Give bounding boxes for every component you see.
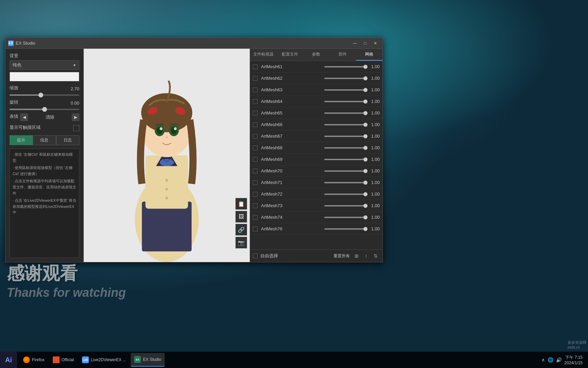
title-bar: EX EX Studio — □ ✕ (5, 38, 382, 49)
close-button[interactable]: ✕ (371, 40, 380, 47)
mesh-checkbox-3[interactable] (253, 99, 258, 104)
mesh-checkbox-6[interactable] (253, 134, 258, 139)
rotate-slider[interactable] (10, 109, 79, 110)
canvas-screenshot[interactable]: 📷 (235, 237, 247, 248)
tab-file-explorer[interactable]: 文件检视器 (250, 49, 277, 61)
mesh-checkbox-1[interactable] (253, 76, 258, 81)
date-display: 2024/1/15 (565, 361, 583, 365)
mesh-slider-5[interactable] (324, 124, 365, 125)
tray-up-icon[interactable]: ∧ (541, 357, 545, 363)
mesh-value-11: 1.00 (368, 191, 380, 197)
expr-clear: 清除 (30, 114, 70, 120)
expr-next-button[interactable]: ▶ (72, 113, 79, 121)
tab-config[interactable]: 配置文件 (277, 49, 303, 61)
mesh-item: ArtMesh71 1.00 (250, 177, 382, 188)
mesh-thumb-13[interactable] (363, 215, 368, 219)
taskbar-item-live2d[interactable]: L2D Live2DViewerEX ... (79, 353, 129, 367)
mesh-thumb-7[interactable] (363, 146, 368, 150)
mesh-slider-12[interactable] (324, 205, 365, 206)
mesh-slider-1[interactable] (324, 78, 365, 79)
taskbar-item-exstudio[interactable]: EX EX Studio (131, 353, 164, 367)
mesh-checkbox-9[interactable] (253, 169, 258, 173)
taskbar-item-official[interactable]: Official (49, 353, 77, 367)
mesh-checkbox-2[interactable] (253, 88, 258, 92)
mesh-slider-13[interactable] (324, 217, 365, 218)
mesh-name-2: ArtMesh63 (261, 87, 324, 92)
mesh-checkbox-10[interactable] (253, 180, 258, 185)
tab-hints[interactable]: 提示 (10, 135, 33, 145)
canvas-tool-3[interactable]: 🔗 (235, 224, 247, 235)
mesh-thumb-4[interactable] (363, 111, 368, 115)
tab-parts[interactable]: 部件 (329, 49, 356, 61)
mesh-slider-11[interactable] (324, 194, 365, 195)
ai-label[interactable]: Ai (0, 352, 17, 368)
sort-icon-1[interactable]: ⊞ (353, 252, 361, 260)
mesh-fill-14 (324, 228, 365, 230)
mesh-thumb-6[interactable] (363, 134, 368, 138)
sort-icon-2[interactable]: ↕ (362, 252, 370, 260)
mesh-value-12: 1.00 (368, 203, 380, 208)
bg-select[interactable]: 纯色 ▼ (10, 60, 79, 70)
mesh-thumb-2[interactable] (363, 88, 368, 92)
touch-section: 显示可触摸区域 (10, 124, 79, 132)
mesh-thumb-11[interactable] (363, 192, 368, 196)
mesh-slider-0[interactable] (324, 66, 365, 67)
watermark-en: Thanks for watching (7, 286, 126, 300)
mesh-fill-4 (324, 112, 365, 114)
svg-point-18 (165, 179, 168, 182)
mesh-checkbox-4[interactable] (253, 111, 258, 116)
canvas-tool-1[interactable]: 📋 (235, 198, 247, 210)
mesh-thumb-0[interactable] (363, 65, 368, 69)
mesh-slider-7[interactable] (324, 147, 365, 149)
mesh-slider-4[interactable] (324, 112, 365, 114)
footer-checkbox[interactable] (253, 254, 258, 258)
mesh-thumb-3[interactable] (363, 99, 368, 104)
mesh-slider-10[interactable] (324, 182, 365, 183)
mesh-thumb-14[interactable] (363, 227, 368, 231)
mesh-thumb-1[interactable] (363, 76, 368, 80)
mesh-slider-14[interactable] (324, 228, 365, 230)
mesh-checkbox-8[interactable] (253, 157, 258, 162)
tab-log[interactable]: 日志 (56, 135, 79, 145)
touch-checkbox[interactable] (73, 125, 79, 131)
mesh-slider-8[interactable] (324, 159, 365, 160)
mesh-checkbox-7[interactable] (253, 145, 258, 150)
scale-thumb[interactable] (38, 93, 43, 97)
mesh-thumb-9[interactable] (363, 169, 368, 173)
mesh-checkbox-11[interactable] (253, 192, 258, 197)
canvas-tool-2[interactable]: 🖼 (235, 211, 247, 223)
canvas-area[interactable]: 📋 🖼 🔗 📷 (84, 49, 250, 262)
reset-all-button[interactable]: 重置所有 (331, 252, 353, 260)
expr-prev-button[interactable]: ◀ (20, 113, 28, 121)
tab-mesh[interactable]: 网格 (356, 49, 382, 61)
mesh-thumb-10[interactable] (363, 181, 368, 185)
tray-sound-icon[interactable]: 🔊 (556, 357, 562, 363)
mesh-thumb-8[interactable] (363, 157, 368, 162)
mesh-slider-9[interactable] (324, 170, 365, 172)
maximize-button[interactable]: □ (361, 40, 370, 47)
mesh-slider-2[interactable] (324, 89, 365, 91)
mesh-checkbox-14[interactable] (253, 227, 258, 231)
color-picker[interactable] (10, 72, 79, 81)
mesh-slider-3[interactable] (324, 101, 365, 102)
tray-network-icon[interactable]: 🌐 (548, 357, 553, 363)
rotate-thumb[interactable] (42, 107, 47, 112)
sort-icon-3[interactable]: ⇅ (372, 252, 380, 260)
mesh-thumb-5[interactable] (363, 123, 368, 127)
mesh-checkbox-13[interactable] (253, 215, 258, 220)
tab-params[interactable]: 参数 (303, 49, 330, 61)
mesh-item: ArtMesh73 1.00 (250, 200, 382, 212)
mesh-slider-6[interactable] (324, 136, 365, 137)
tab-info[interactable]: 信息 (33, 135, 56, 145)
mesh-checkbox-12[interactable] (253, 203, 258, 208)
mesh-item: ArtMesh76 1.00 (250, 223, 382, 235)
minimize-button[interactable]: — (350, 40, 359, 47)
taskbar-item-firefox[interactable]: Firefox (20, 353, 48, 367)
mesh-checkbox-0[interactable] (253, 64, 258, 69)
firefox-icon (23, 356, 30, 363)
mesh-item: ArtMesh69 1.00 (250, 154, 382, 165)
mesh-checkbox-5[interactable] (253, 122, 258, 127)
app-body: 背景 纯色 ▼ 缩放 2.70 (5, 49, 382, 262)
scale-slider[interactable] (10, 94, 79, 96)
mesh-thumb-12[interactable] (363, 204, 368, 208)
